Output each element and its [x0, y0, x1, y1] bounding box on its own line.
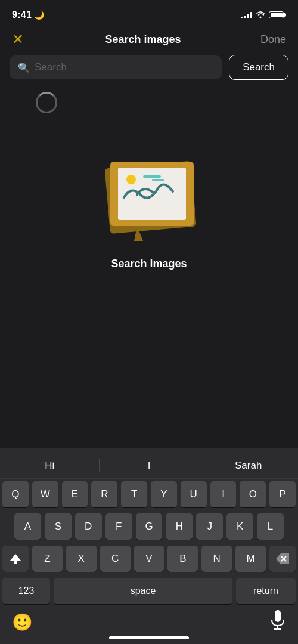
- illustration-label: Search images: [111, 258, 187, 270]
- close-button[interactable]: ✕: [12, 31, 36, 48]
- status-time: 9:41: [12, 10, 32, 20]
- emoji-button[interactable]: 🙂: [12, 612, 33, 632]
- key-o[interactable]: O: [240, 481, 266, 507]
- key-x[interactable]: X: [66, 546, 97, 572]
- key-f[interactable]: F: [105, 513, 132, 540]
- predictive-item-1[interactable]: Hi: [0, 455, 100, 476]
- wifi-icon: [256, 10, 265, 20]
- key-d[interactable]: D: [75, 513, 102, 540]
- battery-icon: [269, 11, 286, 18]
- key-y[interactable]: Y: [151, 481, 177, 507]
- key-v[interactable]: V: [134, 546, 164, 572]
- mic-button[interactable]: [269, 610, 286, 634]
- header-title: Search images: [105, 33, 181, 46]
- key-a[interactable]: A: [14, 513, 41, 540]
- keyboard-row-2: ASDFGHJKL: [2, 513, 296, 540]
- home-indicator: [109, 636, 189, 639]
- loading-spinner: [36, 92, 57, 113]
- keyboard-row-3: ZXCVBNM: [2, 546, 296, 572]
- key-p[interactable]: P: [269, 481, 296, 507]
- key-n[interactable]: N: [201, 546, 232, 572]
- svg-rect-10: [275, 610, 281, 622]
- search-button[interactable]: Search: [229, 55, 288, 80]
- search-icon: 🔍: [18, 62, 30, 73]
- key-c[interactable]: C: [100, 546, 131, 572]
- status-icons: [241, 10, 286, 20]
- predictive-item-2[interactable]: I: [100, 455, 199, 476]
- key-e[interactable]: E: [62, 481, 88, 507]
- search-input[interactable]: [35, 61, 213, 73]
- predictive-item-3[interactable]: Sarah: [198, 455, 298, 476]
- status-bar: 9:41 🌙: [0, 0, 298, 26]
- svg-marker-7: [10, 554, 21, 564]
- key-l[interactable]: L: [257, 513, 284, 540]
- key-q[interactable]: Q: [2, 481, 29, 507]
- keyboard-row-1: QWERTYUIOP: [2, 481, 296, 507]
- key-h[interactable]: H: [166, 513, 193, 540]
- moon-icon: 🌙: [34, 10, 44, 20]
- illustration-area: Search images: [0, 123, 298, 282]
- key-i[interactable]: I: [210, 481, 237, 507]
- search-input-wrapper[interactable]: 🔍: [10, 55, 222, 79]
- image-illustration: [89, 141, 209, 248]
- keyboard-row-4: 123 space return: [2, 578, 296, 604]
- search-bar-container: 🔍 Search: [0, 55, 298, 80]
- done-button[interactable]: Done: [250, 33, 286, 46]
- key-g[interactable]: G: [136, 513, 163, 540]
- keyboard: Hi I Sarah QWERTYUIOP ASDFGHJKL ZXCVBNM …: [0, 448, 298, 644]
- space-key[interactable]: space: [54, 578, 232, 604]
- keys-section: QWERTYUIOP ASDFGHJKL ZXCVBNM 123 space r…: [0, 481, 298, 604]
- svg-rect-4: [143, 175, 161, 178]
- svg-point-3: [126, 175, 136, 184]
- svg-rect-5: [152, 179, 164, 181]
- key-t[interactable]: T: [121, 481, 147, 507]
- header: ✕ Search images Done: [0, 26, 298, 55]
- key-u[interactable]: U: [181, 481, 207, 507]
- key-m[interactable]: M: [235, 546, 266, 572]
- key-b[interactable]: B: [167, 546, 198, 572]
- bottom-accessory: 🙂: [0, 610, 298, 636]
- numbers-key[interactable]: 123: [2, 578, 50, 604]
- key-w[interactable]: W: [32, 481, 58, 507]
- loading-area: [0, 92, 298, 113]
- key-s[interactable]: S: [45, 513, 72, 540]
- key-z[interactable]: Z: [32, 546, 63, 572]
- backspace-key[interactable]: [269, 546, 296, 572]
- key-r[interactable]: R: [91, 481, 117, 507]
- return-key[interactable]: return: [236, 578, 296, 604]
- predictive-row: Hi I Sarah: [0, 453, 298, 479]
- shift-key[interactable]: [2, 546, 29, 572]
- key-k[interactable]: K: [226, 513, 253, 540]
- key-j[interactable]: J: [196, 513, 223, 540]
- signal-icon: [241, 11, 252, 18]
